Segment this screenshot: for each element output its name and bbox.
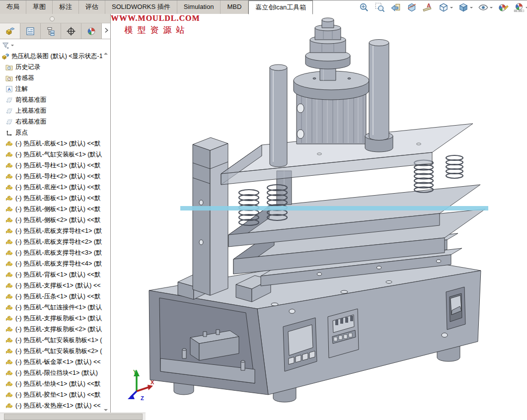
part-icon xyxy=(5,358,13,366)
model-guide-column-left[interactable] xyxy=(270,65,287,167)
tree-item-label: (-) 热压机-侧板<1> (默认) <<默 xyxy=(15,205,101,213)
tree-item-part[interactable]: (-) 热压机-气缸安装板肋板<2> ( xyxy=(0,346,110,356)
tab-annotate[interactable]: 标注 xyxy=(53,0,79,14)
tree-item-part[interactable]: (-) 热压机-底板支撑导柱<1> (默 xyxy=(0,225,110,236)
tree-item-part[interactable]: (-) 热压机-压条<1> (默认) <<默 xyxy=(0,291,110,302)
tree-item-part[interactable]: (-) 热压机-支撑板肋板<2> (默认 xyxy=(0,324,110,335)
tab-displaymanager[interactable] xyxy=(81,23,102,39)
tree-item-right-plane[interactable]: 右视基准面 xyxy=(0,116,110,127)
tree-item-label: 原点 xyxy=(15,129,28,137)
plane-icon xyxy=(5,107,13,115)
tree-item-label: (-) 热压机-侧板<2> (默认) <<默 xyxy=(15,216,101,224)
tree-item-label: (-) 热压机-气缸安装板<1> (默认 xyxy=(15,150,102,159)
tab-layout[interactable]: 布局 xyxy=(0,0,26,14)
dropdown-caret-icon[interactable] xyxy=(470,7,473,10)
zoom-to-fit-button[interactable] xyxy=(359,2,370,13)
section-view-icon xyxy=(406,2,417,13)
part-icon xyxy=(5,227,13,235)
tree-item-part[interactable]: (-) 热压机-导柱<1> (默认) <<默 xyxy=(0,160,110,171)
annotation-views-button[interactable]: A xyxy=(422,2,433,13)
tab-mbd[interactable]: MBD xyxy=(221,0,248,14)
zoom-to-area-button[interactable] xyxy=(375,2,385,13)
tree-item-part[interactable]: (-) 热压机-底板支撑导柱<3> (默 xyxy=(0,247,110,258)
scrollbar-thumb[interactable] xyxy=(4,414,143,420)
tree-item-part[interactable]: (-) 热压机-底座<1> (默认) <<默 xyxy=(0,182,110,193)
view-orientation-button[interactable] xyxy=(438,2,453,13)
tab-evaluate[interactable]: 评估 xyxy=(79,0,105,14)
ribbon-tab-label: SOLIDWORKS 插件 xyxy=(112,3,170,10)
tab-configurationmanager[interactable] xyxy=(41,23,61,39)
tab-featuremanager[interactable] xyxy=(0,23,20,39)
ribbon-tab-label: MBD xyxy=(227,3,241,10)
model-power-switch[interactable] xyxy=(446,287,465,330)
panel-splitter[interactable] xyxy=(0,14,110,23)
tree-item-label: (-) 热压机-气缸安装板肋板<1> ( xyxy=(15,336,102,345)
tree-horizontal-scrollbar[interactable] xyxy=(0,413,146,420)
scroll-down-icon[interactable] xyxy=(104,409,108,411)
tree-item-top-plane[interactable]: 上视基准面 xyxy=(0,105,110,116)
tree-item-label: (-) 热压机-限位挡块<1> (默认) xyxy=(15,369,98,377)
plane-icon xyxy=(5,96,13,104)
feature-tree: 热压机总装图 (默认) <显示状态-1> 历史记录 传感器 A 注解 前视基准面… xyxy=(0,51,110,420)
scroll-up-icon[interactable] xyxy=(104,53,108,55)
edit-appearance-button[interactable] xyxy=(498,2,509,13)
tree-item-part[interactable]: (-) 热压机-面板<1> (默认) <<默 xyxy=(0,193,110,204)
tree-item-part[interactable]: (-) 热压机-支撑板<1> (默认) << xyxy=(0,280,110,291)
tree-item-part[interactable]: (-) 热压机-钣金罩<1> (默认) << xyxy=(0,356,110,367)
hide-show-items-button[interactable] xyxy=(478,2,493,13)
tree-item-part[interactable]: (-) 热压机-垫块<1> (默认) <<默 xyxy=(0,378,110,389)
tree-item-part[interactable]: (-) 热压机-发热座<1> (默认) << xyxy=(0,400,110,411)
panel-expand-button[interactable] xyxy=(102,23,110,39)
tree-root-assembly[interactable]: 热压机总装图 (默认) <显示状态-1> xyxy=(0,51,110,62)
display-style-button[interactable] xyxy=(458,2,473,13)
heads-up-view-toolbar: A xyxy=(359,0,527,14)
tab-jlc-toolbox[interactable]: 嘉立创lcan工具箱 xyxy=(248,0,313,14)
splitter-handle-icon[interactable] xyxy=(50,16,55,21)
tree-item-sensors[interactable]: 传感器 xyxy=(0,72,110,83)
model-back-column[interactable] xyxy=(193,138,228,295)
ribbon-tab-bar: 布局草图标注评估SOLIDWORKS 插件SimulationMBD嘉立创lca… xyxy=(0,0,527,14)
tree-item-part[interactable]: (-) 热压机-底板支撑导柱<4> (默 xyxy=(0,258,110,269)
tab-dimxpertmanager[interactable] xyxy=(61,23,81,39)
dimxpert-icon xyxy=(66,26,76,36)
part-icon xyxy=(5,249,13,257)
tree-item-history[interactable]: 历史记录 xyxy=(0,62,110,72)
ribbon-tab-label: 布局 xyxy=(6,3,19,10)
dropdown-caret-icon[interactable] xyxy=(450,7,453,10)
tree-item-origin[interactable]: 原点 xyxy=(0,127,110,138)
tree-item-part[interactable]: (-) 热压机-背板<1> (默认) <<默 xyxy=(0,269,110,280)
tree-item-part[interactable]: (-) 热压机-侧板<2> (默认) <<默 xyxy=(0,214,110,225)
model-guide-column-right[interactable] xyxy=(365,40,393,152)
tab-simulation[interactable]: Simulation xyxy=(177,0,221,14)
tree-filter[interactable] xyxy=(0,39,110,52)
model-hex-nuts[interactable] xyxy=(310,18,346,53)
tree-item-part[interactable]: (-) 热压机-气缸连接件<1> (默认 xyxy=(0,302,110,313)
tree-vertical-scrollbar[interactable] xyxy=(102,51,110,413)
filter-icon xyxy=(1,41,10,50)
tab-propertymanager[interactable] xyxy=(20,23,41,39)
tree-item-part[interactable]: (-) 热压机-支撑板肋板<1> (默认 xyxy=(0,313,110,324)
dropdown-caret-icon[interactable] xyxy=(490,7,493,10)
tree-item-front-plane[interactable]: 前视基准面 xyxy=(0,94,110,105)
viewport-3d[interactable]: WWW.MOULDL.COM 模型资源站 WWW.MOULDL.COM 模型资源… xyxy=(111,14,527,420)
tree-item-part[interactable]: (-) 热压机-气缸安装板<1> (默认 xyxy=(0,149,110,160)
display-style-icon xyxy=(458,2,469,13)
tree-item-annotations[interactable]: A 注解 xyxy=(0,83,110,94)
previous-view-button[interactable] xyxy=(390,2,401,13)
tree-item-part[interactable]: (-) 热压机-底板支撑导柱<2> (默 xyxy=(0,236,110,247)
tab-sketch[interactable]: 草图 xyxy=(26,0,53,14)
model-hot-press-machine[interactable] xyxy=(111,14,527,420)
part-icon xyxy=(5,184,13,191)
tree-item-label: (-) 热压机-发热座<1> (默认) << xyxy=(15,402,101,410)
section-view-button[interactable] xyxy=(406,2,417,13)
model-pneumatic-cylinder[interactable] xyxy=(294,18,369,144)
tree-item-part[interactable]: (-) 热压机-侧板<1> (默认) <<默 xyxy=(0,204,110,214)
tree-item-part[interactable]: (-) 热压机-气缸安装板肋板<1> ( xyxy=(0,335,110,346)
apply-scene-button[interactable] xyxy=(514,2,527,13)
tree-item-part[interactable]: (-) 热压机-限位挡块<1> (默认) xyxy=(0,367,110,378)
tab-solidworks-addins[interactable]: SOLIDWORKS 插件 xyxy=(105,0,177,14)
tree-item-part[interactable]: (-) 热压机-底板<1> (默认) <<默 xyxy=(0,138,110,149)
assembly-icon xyxy=(1,53,9,60)
tree-item-part[interactable]: (-) 热压机-导柱<2> (默认) <<默 xyxy=(0,171,110,182)
tree-item-part[interactable]: (-) 热压机-胶垫<1> (默认) <<默 xyxy=(0,389,110,400)
